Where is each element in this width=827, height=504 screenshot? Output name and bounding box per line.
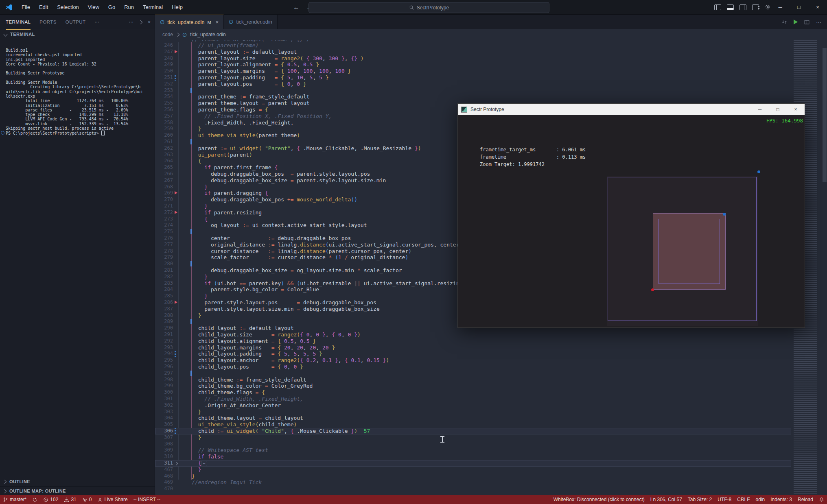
editor-more-actions-icon[interactable]: ⋯ [816, 19, 821, 25]
code-line-252[interactable]: 252 parent_layout.pos = { 0, 0 } [155, 81, 791, 87]
panel-maximize-icon[interactable] [139, 20, 143, 24]
panel-close-icon[interactable]: × [148, 20, 151, 24]
code-line-307[interactable]: 307 } [155, 434, 791, 441]
handle-dot-blue-child[interactable] [723, 213, 726, 216]
panel-actions-icon[interactable]: ⋯ [129, 19, 134, 25]
panel-more-tabs-icon[interactable]: ⋯ [94, 19, 99, 25]
minimize-button[interactable]: ─ [771, 0, 790, 14]
code-line-249[interactable]: 249 parent_layout.alignment = { 0.5, 0.5… [155, 61, 791, 68]
menu-help[interactable]: Help [167, 0, 187, 14]
sectr-maximize-button[interactable]: □ [769, 104, 787, 115]
editor-tab-tick_render.odin[interactable]: ∅tick_render.odin [224, 15, 278, 29]
menu-view[interactable]: View [83, 0, 104, 14]
sectr-title-bar[interactable]: Sectr Prototype ─ □ × [458, 104, 805, 115]
code-line-301[interactable]: 301 // .Fixed_Width, .Fixed_Height, [155, 396, 791, 402]
status-tab-size-2[interactable]: Tab Size: 2 [685, 497, 715, 502]
status-sync[interactable] [29, 497, 40, 502]
status-whitebox-disconnected-click-to-connect[interactable]: WhiteBox: Disconnected (click to connect… [551, 497, 648, 502]
code-line-309[interactable]: 309 // Whitespace AST test [155, 447, 791, 454]
handle-dot-red-child[interactable] [651, 288, 654, 291]
code-line-296[interactable]: 296 child_layout.pos = { 0, 0 } [155, 364, 791, 370]
code-line-300[interactable]: 300 child_theme.flags = { [155, 389, 791, 396]
sectr-minimize-button[interactable]: ─ [751, 104, 769, 115]
code-line-246[interactable]: 246 // ui_parent(frame) [155, 42, 791, 49]
editor-tab-tick_update.odin[interactable]: ∅tick_update.odinM× [155, 15, 224, 29]
back-arrow-icon[interactable]: ← [293, 4, 300, 11]
sectr-prototype-window[interactable]: Sectr Prototype ─ □ × FPS: 164.998 frame… [457, 103, 805, 328]
code-line-250[interactable]: 250 parent_layout.margins = { 100, 100, … [155, 68, 791, 74]
menu-selection[interactable]: Selection [53, 0, 83, 14]
sectr-viewport[interactable]: FPS: 164.998 frametime_target_ms : 6.061… [458, 115, 805, 327]
code-line-253[interactable]: 253 [155, 87, 791, 94]
status-insert[interactable]: -- INSERT -- [131, 497, 163, 502]
status-31[interactable]: 31 [61, 497, 79, 502]
code-line-469[interactable]: 469//endregion Imgui Tick [155, 479, 791, 486]
code-line-254[interactable]: 254 parent_theme := frame_style_default [155, 94, 791, 100]
code-line-308[interactable]: 308 [155, 441, 791, 447]
terminal-output[interactable]: Build.ps1incremental_checks.ps1 imported… [0, 48, 155, 479]
breadcrumb-file[interactable]: tick_update.odin [190, 32, 225, 37]
breadcrumb[interactable]: code ∅ tick_update.odin [155, 29, 827, 40]
code-line-310[interactable]: 310 if false [155, 454, 791, 460]
status-master[interactable]: master* [0, 497, 29, 502]
section-outline[interactable]: OUTLINE [0, 477, 155, 486]
status-102[interactable]: 102 [40, 497, 61, 502]
breadcrumb-folder[interactable]: code [162, 32, 173, 37]
status-crlf[interactable]: CRLF [734, 497, 753, 502]
code-line-291[interactable]: 291 child_layout.size = range2({ 0, 0 },… [155, 332, 791, 338]
code-line-299[interactable]: 299 child_theme.bg_color = Color_GreyRed [155, 383, 791, 389]
code-line-311[interactable]: 311 {⋯ [155, 460, 791, 467]
command-search-box[interactable]: SectrPrototype [308, 2, 549, 13]
toggle-sidebar-icon[interactable] [714, 4, 721, 10]
sectr-close-button[interactable]: × [787, 104, 805, 115]
status-reload[interactable]: Reload [795, 497, 816, 502]
section-outline-map-outline[interactable]: OUTLINE MAP: OUTLINE [0, 486, 155, 495]
code-line-467[interactable]: 467 } [155, 467, 791, 473]
code-line-248[interactable]: 248 parent_layout.size = range2( { 300, … [155, 55, 791, 62]
close-button[interactable]: × [808, 0, 827, 14]
status-utf-8[interactable]: UTF-8 [715, 497, 734, 502]
panel-tab-ports[interactable]: PORTS [39, 15, 56, 29]
code-line-247[interactable]: 247 parent_layout := default_layout [155, 49, 791, 55]
toggle-secondary-sidebar-icon[interactable] [739, 4, 746, 10]
code-line-251[interactable]: 251 parent_layout.padding = { 5, 10, 5, … [155, 74, 791, 81]
close-tab-icon[interactable]: × [216, 19, 219, 25]
split-editor-icon[interactable] [804, 20, 809, 25]
code-line-295[interactable]: 295 child_layout.anchor = range2({ 0.2, … [155, 357, 791, 364]
terminal-prompt[interactable]: PS C:\projects\SectrPrototype\scripts> [0, 131, 155, 135]
code-line-293[interactable]: 293 child_layout.margins = { 20, 20, 20,… [155, 345, 791, 351]
menu-terminal[interactable]: Terminal [138, 0, 167, 14]
menu-run[interactable]: Run [120, 0, 138, 14]
code-line-470[interactable]: 470 [155, 486, 791, 492]
menu-file[interactable]: File [17, 0, 35, 14]
code-line-468[interactable]: 468} [155, 473, 791, 480]
status-live-share[interactable]: Live Share [94, 497, 130, 502]
status-0[interactable]: 0 [79, 497, 95, 502]
gear-icon[interactable] [765, 4, 771, 10]
code-line-306[interactable]: 306 child := ui_widget( "Child", { .Mous… [155, 428, 791, 434]
panel-tab-terminal[interactable]: TERMINAL [6, 15, 31, 30]
code-line-294[interactable]: 294 child_layout.padding = { 5, 5, 5, 5 … [155, 351, 791, 357]
toggle-panel-icon[interactable] [727, 4, 734, 10]
handle-dot-blue-outer[interactable] [757, 170, 760, 173]
editor-scrollbar[interactable] [822, 40, 827, 495]
code-line-292[interactable]: 292 child_layout.alignment = { 0.5, 0.5 … [155, 338, 791, 345]
terminal-section-header[interactable]: TERMINAL [0, 29, 155, 39]
status-odin[interactable]: odin [753, 497, 768, 502]
status-bell[interactable] [816, 497, 827, 502]
fold-chevron-icon[interactable] [174, 462, 178, 466]
code-line-298[interactable]: 298 child_theme := frame_style_default [155, 377, 791, 383]
run-file-icon[interactable] [794, 20, 798, 24]
code-line-303[interactable]: 303 } [155, 409, 791, 415]
code-line-297[interactable]: 297 [155, 370, 791, 377]
maximize-button[interactable]: □ [790, 0, 808, 14]
panel-tab-output[interactable]: OUTPUT [66, 15, 86, 29]
compare-changes-icon[interactable] [782, 20, 787, 25]
menu-go[interactable]: Go [104, 0, 120, 14]
status-ln-306-col-57[interactable]: Ln 306, Col 57 [648, 497, 685, 502]
customize-layout-icon[interactable] [752, 4, 759, 10]
code-line-304[interactable]: 304 child_theme.layout = child_layout [155, 415, 791, 421]
menu-edit[interactable]: Edit [35, 0, 53, 14]
code-line-305[interactable]: 305 ui_theme_via_style(child_theme) [155, 421, 791, 428]
code-line-302[interactable]: 302 .Origin_At_Anchor_Center [155, 402, 791, 409]
